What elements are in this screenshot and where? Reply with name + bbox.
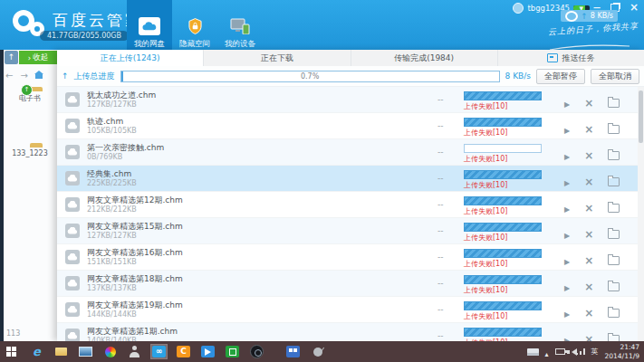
upload-row[interactable]: 网友文章精选第15期.chm 127KB/127KB -- 上传失败[10] [57,218,638,244]
speed-widget[interactable]: 8 KB/s [561,10,618,22]
file-type-icon [65,197,80,212]
resume-icon[interactable] [564,224,570,242]
upload-row[interactable]: 犹太成功之道.chm 127KB/127KB -- 上传失败[10] [57,87,638,113]
tab-push-tasks[interactable]: 推送任务 [498,50,644,66]
clock[interactable]: 21:47 2014/11/9 [605,343,639,360]
file-size: 0B/769KB [87,153,122,161]
cancel-icon[interactable] [584,119,593,137]
dial-icon[interactable] [249,345,264,358]
collapse-button[interactable]: › 收起 [19,51,57,64]
row-actions [564,251,620,268]
resume-icon[interactable] [564,329,570,341]
tab-completed[interactable]: 传输完成(1984) [351,50,498,66]
upload-row[interactable]: 网友文章精选第19期.chm 144KB/144KB -- 上传失败[10] [57,297,638,323]
appstore-icon[interactable] [225,345,240,358]
satellite-icon[interactable] [310,345,325,358]
upload-row[interactable]: 网友文章精选第18期.chm 137KB/137KB -- 上传失败[10] [57,271,638,297]
clock-time: 21:47 [605,343,639,351]
open-folder-icon[interactable] [608,204,620,213]
open-folder-icon[interactable] [608,151,620,160]
pause-all-button[interactable]: 全部暂停 [536,69,585,84]
baidu-cloud-taskbar-icon[interactable] [151,345,167,358]
row-progress-fill [465,197,541,205]
open-folder-icon[interactable] [608,309,620,318]
upload-row[interactable]: 轨迹.chm 105KB/105KB -- 上传失败[10] [57,113,638,139]
cancel-icon[interactable] [584,172,593,189]
thunder-icon[interactable] [200,345,216,358]
forward-icon[interactable]: → [20,71,27,81]
file-type-icon [65,224,80,238]
ime-indicator[interactable]: 英 [591,347,599,357]
desktop-icon[interactable] [78,345,93,358]
open-folder-icon[interactable] [608,256,620,265]
keyboard-icon[interactable] [527,348,539,356]
back-icon[interactable]: ← [5,71,13,81]
cancel-icon[interactable] [584,224,593,242]
row-actions [564,198,620,215]
uc-browser-icon[interactable] [176,345,191,358]
resume-icon[interactable] [564,277,570,294]
cancel-icon[interactable] [584,329,593,341]
tab-label: 传输完成(1984) [394,52,454,64]
cancel-icon[interactable] [584,251,593,268]
row-progress-bar [464,196,542,205]
close-button[interactable] [630,2,639,14]
tab-uploading[interactable]: 正在上传(1243) [57,50,204,66]
tab-label: 我的网盘 [134,39,165,50]
scrollbar[interactable] [638,87,644,341]
resume-icon[interactable] [564,93,570,110]
resume-icon[interactable] [564,146,570,163]
folder-upload-badge-icon [21,84,33,96]
network-signal-icon[interactable] [583,348,585,355]
start-button[interactable] [5,345,20,358]
upload-row[interactable]: 经典集.chm 225KB/225KB -- 上传失败[10] [57,166,638,192]
cancel-icon[interactable] [584,303,593,320]
sidebar-edge [0,50,4,341]
home-icon[interactable] [35,74,43,79]
tab-my-drive[interactable]: 我的网盘 [127,0,172,54]
file-size: 105KB/105KB [87,127,137,135]
open-folder-icon[interactable] [608,177,620,186]
resume-icon[interactable] [564,172,570,189]
upload-row[interactable]: 网友文章精选第16期.chm 151KB/151KB -- 上传失败[10] [57,244,638,271]
folder-133-1223[interactable]: 133_1223 [9,147,51,157]
file-type-icon [65,119,80,133]
upload-row[interactable]: 网友文章精选第12期.chm 212KB/212KB -- 上传失败[10] [57,192,638,218]
open-folder-icon[interactable] [608,282,620,291]
file-size: 212KB/212KB [87,205,137,214]
tab-hidden-space[interactable]: 隐藏空间 [172,0,217,54]
tab-my-devices[interactable]: 我的设备 [217,0,263,54]
file-explorer-icon[interactable] [53,345,69,358]
ie-icon[interactable] [29,345,44,358]
upload-row[interactable]: 第一次亲密接触.chm 0B/769KB -- 上传失败[10] [57,139,638,166]
remote-desktop-icon[interactable] [285,345,301,358]
avatar [513,3,524,14]
devices-icon [229,17,251,35]
transfer-tabs: 正在上传(1243) 正在下载 传输完成(1984) 推送任务 [57,50,644,67]
open-folder-icon[interactable] [608,335,620,342]
tab-downloading[interactable]: 正在下载 [204,50,351,66]
row-progress-fill [465,250,541,257]
cancel-icon[interactable] [584,198,593,215]
tray-expand-icon[interactable] [545,343,549,360]
resume-icon[interactable] [564,251,570,268]
resume-icon[interactable] [564,198,570,215]
cancel-icon[interactable] [584,277,593,294]
open-folder-icon[interactable] [608,125,620,134]
pinwheel-icon[interactable] [102,345,118,358]
cancel-icon[interactable] [584,146,593,163]
battery-icon[interactable] [555,348,565,355]
upload-arrow-icon [62,71,69,81]
scrollbar-thumb[interactable] [639,90,643,143]
cancel-icon[interactable] [584,93,593,110]
upload-button-icon[interactable] [5,51,18,64]
open-folder-icon[interactable] [608,99,620,108]
folder-ebooks[interactable]: 电子书 [9,90,51,103]
main-nav: 我的网盘 隐藏空间 [127,0,263,50]
upload-row[interactable]: 网友文章精选第1期.chm 140KB/140KB -- 上传失败[10] [57,323,638,341]
resume-icon[interactable] [564,119,570,137]
resume-icon[interactable] [564,303,570,320]
cancel-all-button[interactable]: 全部取消 [591,69,639,84]
open-folder-icon[interactable] [608,230,620,239]
contacts-icon[interactable] [127,345,142,358]
